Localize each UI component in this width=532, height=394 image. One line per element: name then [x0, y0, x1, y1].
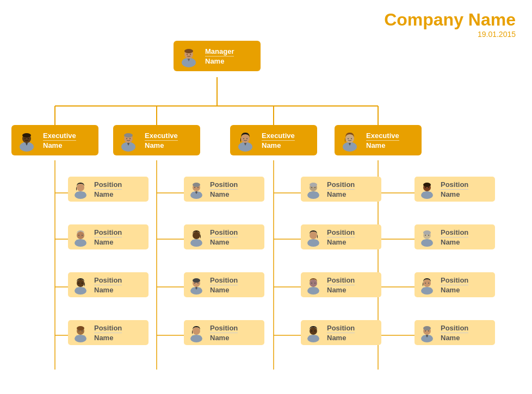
position-node-4-1: Position Name	[415, 177, 495, 202]
executive-title-1: Executive	[43, 132, 76, 141]
svg-point-94	[197, 187, 199, 188]
position-node-3-2: Position Name	[301, 224, 381, 249]
company-header: Company Name 19.01.2015	[384, 10, 516, 39]
position-node-2-2: Position Name	[184, 224, 264, 249]
svg-point-86	[82, 330, 83, 332]
position-name-1-2: Name	[94, 238, 122, 246]
position-title-1-1: Position	[94, 180, 122, 190]
position-name-3-1: Name	[327, 190, 355, 198]
position-name-3-3: Name	[327, 286, 355, 294]
position-avatar-4-2	[417, 227, 437, 247]
company-date: 19.01.2015	[384, 30, 516, 39]
position-avatar-3-1	[303, 179, 324, 199]
svg-point-159	[423, 326, 431, 330]
position-node-1-4: Position Name	[68, 320, 149, 345]
position-name-3-4: Name	[327, 334, 355, 342]
svg-point-67	[77, 184, 84, 191]
position-title-4-1: Position	[441, 180, 468, 190]
position-name-1-1: Name	[94, 190, 122, 198]
executive-avatar-2	[116, 128, 140, 152]
position-title-2-1: Position	[210, 180, 238, 190]
svg-point-73	[82, 235, 83, 236]
position-node-2-4: Position Name	[184, 320, 264, 345]
svg-point-32	[187, 54, 188, 55]
svg-point-160	[425, 330, 426, 332]
position-node-1-1: Position Name	[68, 177, 149, 202]
position-node-1-3: Position Name	[68, 272, 149, 297]
svg-point-127	[314, 283, 316, 284]
executive-avatar-3	[233, 128, 257, 152]
position-name-4-2: Name	[441, 238, 468, 246]
svg-point-138	[423, 183, 431, 187]
svg-point-147	[428, 235, 429, 236]
svg-rect-97	[192, 240, 201, 244]
manager-avatar	[177, 44, 201, 68]
position-avatar-3-4	[303, 322, 324, 343]
position-title-3-3: Position	[327, 276, 355, 285]
executive-title-3: Executive	[262, 132, 295, 141]
svg-point-132	[311, 330, 312, 332]
position-avatar-4-1	[417, 179, 437, 199]
position-avatar-3-2	[303, 227, 324, 247]
svg-rect-70	[76, 240, 85, 244]
position-name-2-2: Name	[210, 238, 238, 246]
svg-point-55	[243, 138, 244, 139]
position-avatar-1-2	[70, 227, 91, 247]
svg-point-85	[78, 330, 79, 332]
svg-point-104	[193, 278, 200, 283]
position-title-4-2: Position	[441, 228, 468, 237]
executive-avatar-1	[15, 128, 39, 152]
position-node-2-3: Position Name	[184, 272, 264, 297]
position-title-1-2: Position	[94, 228, 122, 237]
svg-point-117	[314, 187, 316, 188]
svg-point-110	[193, 327, 200, 335]
position-node-3-3: Position Name	[301, 272, 381, 297]
svg-rect-113	[309, 192, 318, 196]
position-avatar-4-4	[417, 322, 437, 343]
svg-point-92	[193, 183, 200, 187]
position-title-2-4: Position	[210, 324, 238, 333]
executive-name-2: Name	[145, 141, 178, 149]
svg-rect-109	[192, 335, 201, 340]
svg-point-39	[22, 133, 31, 137]
position-node-3-4: Position Name	[301, 320, 381, 345]
manager-name: Name	[205, 57, 234, 65]
svg-point-133	[314, 330, 316, 332]
svg-point-79	[82, 283, 83, 284]
svg-rect-120	[309, 240, 318, 244]
executive-name-1: Name	[43, 141, 76, 149]
svg-rect-136	[423, 192, 431, 196]
position-name-4-1: Name	[441, 190, 468, 198]
svg-point-116	[311, 187, 312, 188]
svg-point-47	[124, 133, 133, 137]
executive-avatar-4	[338, 128, 362, 152]
executive-node-2: Executive Name	[113, 125, 200, 155]
position-title-1-3: Position	[94, 276, 122, 285]
executive-title-4: Executive	[366, 132, 399, 141]
svg-point-145	[423, 230, 431, 235]
position-title-3-1: Position	[327, 180, 355, 190]
svg-point-161	[428, 330, 429, 332]
svg-rect-82	[76, 335, 85, 340]
svg-point-121	[310, 232, 317, 239]
position-name-2-3: Name	[210, 286, 238, 294]
position-name-4-4: Name	[441, 334, 468, 342]
svg-point-71	[77, 232, 84, 239]
svg-rect-130	[309, 335, 318, 340]
svg-point-63	[351, 138, 352, 139]
svg-point-93	[194, 187, 195, 188]
svg-point-131	[310, 327, 317, 335]
svg-point-48	[126, 138, 127, 139]
svg-point-106	[197, 283, 199, 284]
position-node-1-2: Position Name	[68, 224, 149, 249]
position-avatar-1-1	[70, 179, 91, 199]
svg-point-146	[425, 235, 426, 236]
position-title-4-3: Position	[441, 276, 468, 285]
svg-rect-66	[76, 192, 85, 196]
position-avatar-4-3	[417, 274, 437, 295]
svg-point-98	[193, 232, 200, 239]
svg-rect-150	[423, 287, 431, 292]
svg-point-72	[78, 235, 79, 236]
position-node-2-1: Position Name	[184, 177, 264, 202]
position-title-2-3: Position	[210, 276, 238, 285]
